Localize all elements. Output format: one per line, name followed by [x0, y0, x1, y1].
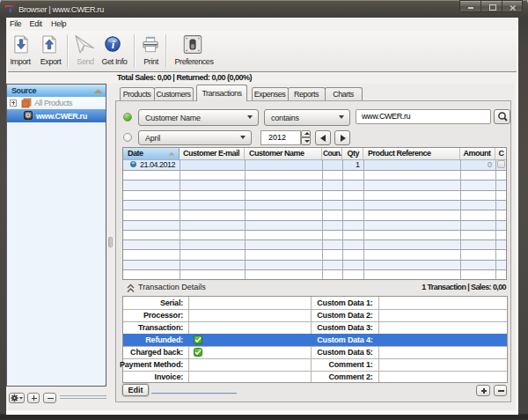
svg-text:i: i — [112, 39, 115, 51]
